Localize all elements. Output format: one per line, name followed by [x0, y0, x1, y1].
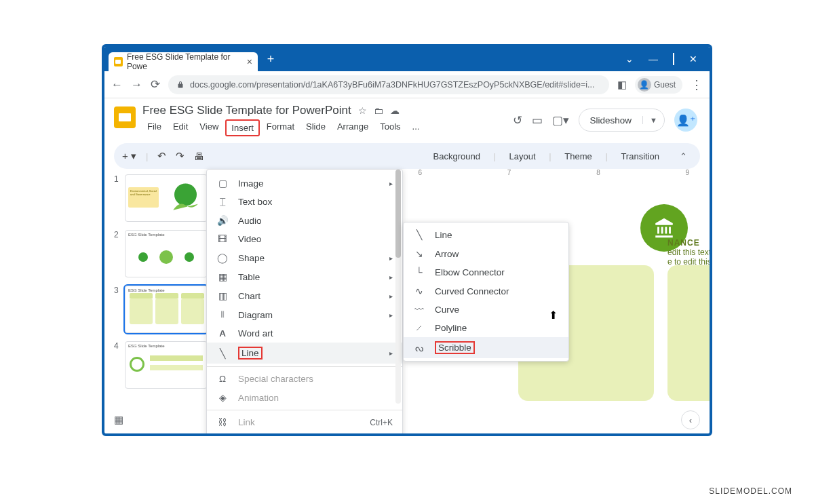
- redo-button[interactable]: ↷: [176, 150, 185, 162]
- forward-button[interactable]: →: [131, 78, 142, 92]
- link-icon: ⛓: [216, 417, 229, 427]
- reload-button[interactable]: ⟳: [151, 77, 160, 92]
- back-button[interactable]: ←: [111, 78, 123, 92]
- line-polyline[interactable]: ⟋Polyline: [404, 319, 568, 337]
- star-icon[interactable]: ☆: [358, 105, 367, 116]
- slideshow-label: Slideshow: [579, 115, 643, 125]
- print-button[interactable]: 🖶: [194, 151, 204, 162]
- thumb-4[interactable]: ESG Slide Template: [125, 341, 208, 389]
- insert-shape[interactable]: ◯Shape▸: [207, 248, 402, 267]
- toolbar: + ▾ | ↶ ↷ 🖶 Background | Layout | Theme …: [114, 143, 700, 169]
- slides-logo-icon[interactable]: [114, 106, 136, 128]
- video-icon: 🎞: [216, 234, 229, 244]
- bottom-bar: ▦ ‹: [114, 410, 700, 429]
- slide-text-block: NANCE edit this text. e to edit this: [667, 238, 712, 267]
- new-tab-button[interactable]: +: [263, 52, 278, 66]
- meet-icon[interactable]: ▢▾: [552, 113, 569, 128]
- new-slide-button[interactable]: + ▾: [122, 150, 136, 162]
- chevron-down-icon[interactable]: ⌄: [625, 54, 634, 64]
- insert-line[interactable]: ╲Line▸: [207, 343, 402, 364]
- app-header: Free ESG Slide Template for PowerPoint ☆…: [104, 98, 710, 136]
- menu-more[interactable]: ...: [408, 119, 425, 136]
- line-curve[interactable]: 〰Curve: [404, 301, 568, 319]
- profile-button[interactable]: 👤 Guest: [635, 76, 682, 94]
- line-submenu-popup: ╲Line ↘Arrow └Elbow Connector ∿Curved Co…: [403, 222, 569, 362]
- menu-view[interactable]: View: [195, 119, 223, 136]
- thumb-2[interactable]: ESG Slide Template: [125, 230, 208, 277]
- comments-icon[interactable]: ▭: [532, 113, 543, 128]
- tab-close-button[interactable]: ×: [247, 56, 252, 67]
- menu-arrange[interactable]: Arrange: [332, 119, 373, 136]
- toolbar-right: Background | Layout | Theme | Transition: [428, 151, 665, 161]
- close-window-button[interactable]: ✕: [689, 54, 697, 64]
- insert-chart[interactable]: ▥Chart▸: [207, 286, 402, 305]
- insert-video[interactable]: 🎞Video: [207, 230, 402, 248]
- explore-button[interactable]: ‹: [681, 410, 700, 429]
- line-arrow[interactable]: ↘Arrow: [404, 244, 568, 263]
- menu-tools[interactable]: Tools: [375, 119, 405, 136]
- profile-label: Guest: [654, 80, 676, 90]
- wordart-icon: A: [216, 328, 229, 338]
- thumb-1[interactable]: Environmental, Social and Governance: [125, 174, 208, 222]
- thumb-3-selected[interactable]: ESG Slide Template: [125, 286, 208, 333]
- install-app-icon[interactable]: ◧: [617, 79, 627, 91]
- menu-scrollbar-thumb[interactable]: [395, 170, 401, 258]
- image-icon: ▢: [216, 178, 229, 189]
- animation-icon: ◈: [216, 392, 229, 403]
- slide-card-2: [667, 265, 712, 401]
- diagram-icon: ⫴: [216, 309, 229, 320]
- arrow-tool-icon: ↘: [413, 248, 425, 259]
- line-curved[interactable]: ∿Curved Connector: [404, 282, 568, 301]
- maximize-button[interactable]: [673, 54, 674, 64]
- globe-leaf-icon: [167, 179, 204, 216]
- tb-theme[interactable]: Theme: [559, 151, 597, 161]
- minimize-button[interactable]: —: [648, 54, 658, 64]
- line-icon: ╲: [216, 348, 229, 359]
- tb-layout[interactable]: Layout: [504, 151, 541, 161]
- line-line[interactable]: ╲Line: [404, 225, 568, 244]
- browser-menu-button[interactable]: ⋮: [691, 77, 703, 92]
- tb-background[interactable]: Background: [428, 151, 486, 161]
- insert-wordart[interactable]: AWord art: [207, 324, 402, 343]
- insert-link: ⛓LinkCtrl+K: [207, 413, 402, 431]
- insert-diagram[interactable]: ⫴Diagram▸: [207, 305, 402, 324]
- menu-insert[interactable]: Insert: [225, 119, 260, 136]
- move-icon[interactable]: 🗀: [374, 105, 383, 116]
- grid-view-button[interactable]: ▦: [114, 414, 123, 426]
- slides-favicon-icon: [114, 57, 123, 66]
- insert-audio[interactable]: 🔊Audio: [207, 211, 402, 230]
- insert-special-chars: ΩSpecial characters: [207, 370, 402, 388]
- chart-icon: ▥: [216, 290, 229, 301]
- audio-icon: 🔊: [216, 215, 229, 226]
- url-text: docs.google.com/presentation/d/1aKA6T3yB…: [190, 80, 594, 90]
- textbox-icon: ⌶: [216, 197, 229, 207]
- toolbar-collapse-button[interactable]: ⌃: [674, 147, 692, 165]
- menu-bar: File Edit View Insert Format Slide Arran…: [142, 119, 424, 136]
- menu-format[interactable]: Format: [262, 119, 299, 136]
- tb-transition[interactable]: Transition: [615, 151, 665, 161]
- line-elbow[interactable]: └Elbow Connector: [404, 263, 568, 282]
- shape-icon: ◯: [216, 252, 229, 263]
- insert-image[interactable]: ▢Image▸: [207, 174, 402, 193]
- menu-slide[interactable]: Slide: [301, 119, 330, 136]
- content-area: 1 Environmental, Social and Governance 2…: [104, 169, 710, 435]
- history-icon[interactable]: ↺: [513, 113, 522, 128]
- slideshow-button[interactable]: Slideshow ▼: [579, 109, 665, 132]
- window-controls: ⌄ — ✕: [625, 54, 705, 64]
- cloud-status-icon[interactable]: ☁: [390, 105, 400, 116]
- watermark: SLIDEMODEL.COM: [709, 486, 792, 496]
- insert-table[interactable]: ▦Table▸: [207, 267, 402, 286]
- document-title[interactable]: Free ESG Slide Template for PowerPoint: [142, 104, 351, 117]
- address-bar[interactable]: docs.google.com/presentation/d/1aKA6T3yB…: [168, 75, 609, 94]
- menu-edit[interactable]: Edit: [168, 119, 193, 136]
- undo-button[interactable]: ↶: [157, 150, 166, 162]
- menu-file[interactable]: File: [142, 119, 166, 136]
- slideshow-dropdown[interactable]: ▼: [642, 116, 664, 124]
- insert-textbox[interactable]: ⌶Text box: [207, 193, 402, 211]
- browser-tab[interactable]: Free ESG Slide Template for Powe ×: [109, 52, 258, 71]
- share-button[interactable]: 👤⁺: [674, 109, 697, 132]
- line-scribble[interactable]: ᔓScribble: [404, 337, 568, 358]
- line-tool-icon: ╲: [413, 229, 425, 240]
- thumb1-label: Environmental, Social and Governance: [128, 187, 159, 208]
- curved-connector-icon: ∿: [413, 286, 425, 296]
